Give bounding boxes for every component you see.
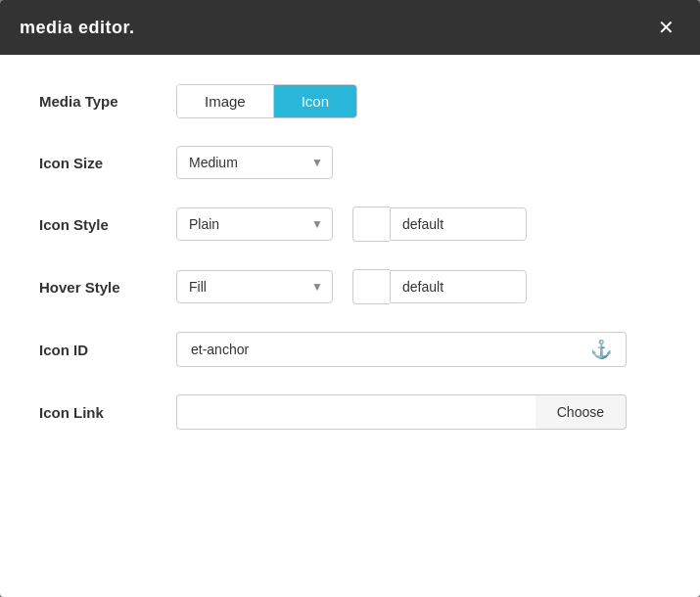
icon-id-input[interactable]: [176, 332, 577, 367]
icon-size-select-wrapper: Small Medium Large ▼: [176, 146, 333, 179]
icon-size-row: Icon Size Small Medium Large ▼: [39, 146, 661, 179]
media-type-label: Media Type: [39, 93, 157, 110]
icon-style-select-wrapper: Plain Fill Border ▼: [176, 207, 333, 241]
hover-style-color-group: [352, 269, 527, 304]
icon-id-input-group: ⚓: [176, 332, 627, 367]
hover-style-row: Hover Style None Fill Border ▼: [39, 269, 661, 304]
icon-style-color-input[interactable]: [390, 207, 527, 241]
icon-style-label: Icon Style: [39, 216, 157, 233]
icon-size-label: Icon Size: [39, 155, 157, 171]
icon-style-color-group: [352, 207, 527, 242]
icon-id-row: Icon ID ⚓: [39, 332, 661, 367]
close-button[interactable]: ✕: [652, 16, 680, 39]
icon-style-select[interactable]: Plain Fill Border: [176, 207, 333, 241]
icon-style-row: Icon Style Plain Fill Border ▼: [39, 207, 661, 242]
media-type-toggle: Image Icon: [176, 84, 357, 118]
icon-toggle-button[interactable]: Icon: [274, 85, 356, 117]
hover-style-select[interactable]: None Fill Border: [176, 270, 333, 303]
hover-style-select-wrapper: None Fill Border ▼: [176, 270, 333, 303]
modal-body: Media Type Image Icon Icon Size Small Me…: [0, 55, 700, 597]
hover-style-color-input[interactable]: [390, 270, 527, 303]
media-type-row: Media Type Image Icon: [39, 84, 661, 118]
icon-link-row: Icon Link Choose: [39, 394, 661, 430]
image-toggle-button[interactable]: Image: [177, 85, 274, 117]
icon-link-input-group: Choose: [176, 394, 627, 430]
modal-header: media editor. ✕: [0, 0, 700, 55]
icon-style-color-box[interactable]: [352, 207, 390, 242]
hover-style-label: Hover Style: [39, 279, 157, 296]
icon-id-preview-button[interactable]: ⚓: [577, 332, 627, 367]
hover-style-color-box[interactable]: [352, 269, 390, 304]
modal-title: media editor.: [20, 18, 135, 38]
icon-id-label: Icon ID: [39, 342, 157, 358]
icon-size-select[interactable]: Small Medium Large: [176, 146, 333, 179]
choose-button[interactable]: Choose: [536, 394, 627, 430]
media-editor-modal: media editor. ✕ Media Type Image Icon Ic…: [0, 0, 700, 597]
icon-link-label: Icon Link: [39, 404, 157, 421]
anchor-icon: ⚓: [590, 339, 612, 360]
icon-link-input[interactable]: [176, 394, 536, 430]
